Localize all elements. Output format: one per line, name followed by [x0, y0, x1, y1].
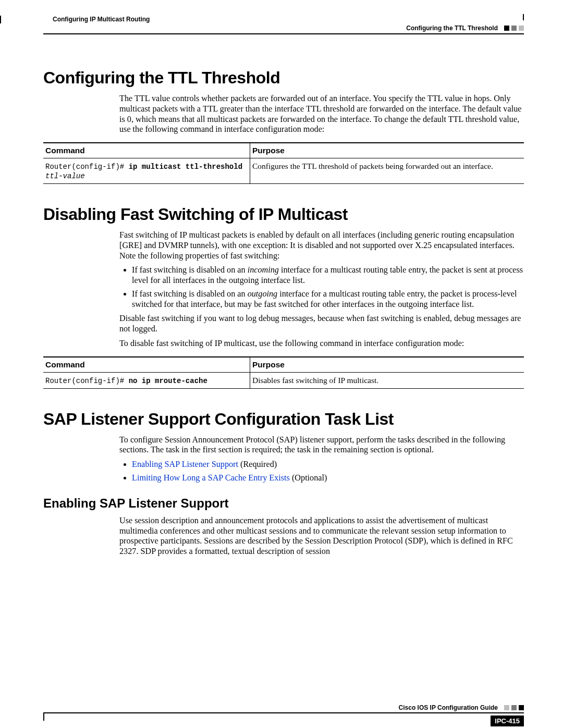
list-item: If fast switching is disabled on an inco… [132, 265, 524, 286]
body-text: Fast switching of IP multicast packets i… [119, 230, 524, 261]
header-left-tick [0, 16, 1, 23]
text: (Required) [238, 460, 277, 469]
text: If fast switching is disabled on an [132, 265, 248, 275]
command-table-ttl: Command Purpose Router(config-if)# ip mu… [43, 142, 524, 184]
footer-guide-title: Cisco IOS IP Configuration Guide [399, 704, 498, 711]
cmd-prefix: Router(config-if)# [45, 377, 129, 385]
table-header: Command [43, 357, 250, 373]
page-number-badge: IPC-415 [491, 715, 524, 726]
table-cell-command: Router(config-if)# ip multicast ttl-thre… [43, 158, 250, 184]
header-dot-icon [511, 26, 517, 31]
text: (Optional) [290, 473, 327, 483]
header-right-tick [523, 14, 524, 20]
footer-dot-icon [511, 705, 517, 710]
list-item: If fast switching is disabled on an outg… [132, 289, 524, 310]
table-cell-purpose: Configures the TTL threshold of packets … [250, 158, 524, 184]
body-text: To disable fast switching of IP multicas… [119, 339, 524, 349]
text: If fast switching is disabled on an [132, 289, 248, 299]
footer-dot-icon [504, 705, 509, 710]
body-text: Use session description and announcement… [119, 516, 524, 557]
subheading-enabling-sap: Enabling SAP Listener Support [43, 496, 524, 511]
text-emphasis: outgoing [248, 289, 278, 299]
header-dot-icon [504, 26, 509, 31]
cmd-keyword: no ip mroute-cache [129, 377, 207, 385]
page-footer: Cisco IOS IP Configuration Guide IPC-415 [43, 712, 524, 713]
table-header: Purpose [250, 357, 524, 373]
body-text: Disable fast switching if you want to lo… [119, 314, 524, 335]
table-header: Purpose [250, 143, 524, 158]
heading-ttl-threshold: Configuring the TTL Threshold [43, 68, 524, 88]
page-header: Configuring IP Multicast Routing Configu… [43, 16, 524, 34]
body-text: The TTL value controls whether packets a… [119, 94, 524, 135]
table-header: Command [43, 143, 250, 158]
text-emphasis: incoming [248, 265, 279, 275]
header-dot-icon [519, 26, 524, 31]
footer-dot-icon [519, 705, 524, 710]
link-limit-sap-cache[interactable]: Limiting How Long a SAP Cache Entry Exis… [132, 473, 290, 483]
table-cell-command: Router(config-if)# no ip mroute-cache [43, 372, 250, 388]
list-item: Enabling SAP Listener Support (Required) [132, 460, 524, 470]
cmd-prefix: Router(config-if)# [45, 163, 129, 171]
header-section: Configuring the TTL Threshold [406, 24, 498, 32]
heading-fast-switching: Disabling Fast Switching of IP Multicast [43, 205, 524, 224]
heading-sap-task-list: SAP Listener Support Configuration Task … [43, 410, 524, 429]
footer-left-tick [43, 713, 44, 721]
cmd-keyword: ip multicast ttl-threshold [129, 163, 242, 171]
header-chapter: Configuring IP Multicast Routing [53, 16, 150, 23]
command-table-mroute: Command Purpose Router(config-if)# no ip… [43, 356, 524, 389]
body-text: To configure Session Announcement Protoc… [119, 435, 524, 456]
cmd-argument: ttl-value [45, 172, 85, 180]
link-enable-sap[interactable]: Enabling SAP Listener Support [132, 460, 238, 469]
list-item: Limiting How Long a SAP Cache Entry Exis… [132, 473, 524, 484]
table-cell-purpose: Disables fast switching of IP multicast. [250, 372, 524, 388]
